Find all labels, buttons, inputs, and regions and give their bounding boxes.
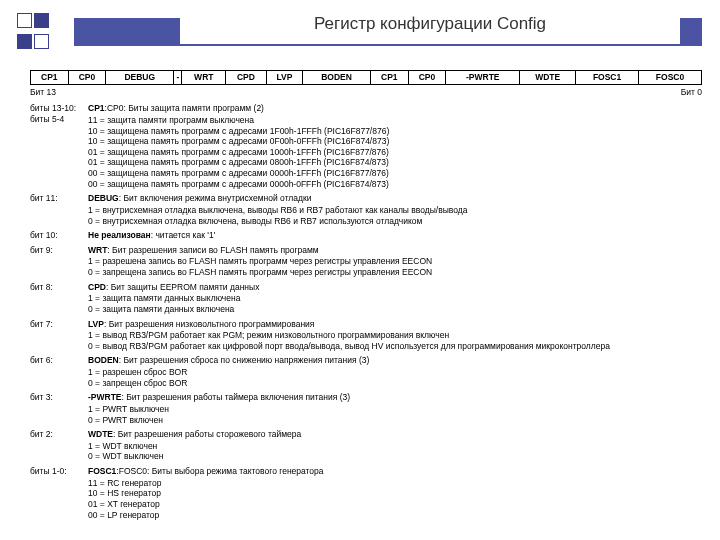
bit-heading: WDTE: Бит разрешения работы сторожевого … xyxy=(88,429,702,440)
bit-right-label: Бит 0 xyxy=(681,87,702,98)
bit-text: CPD: Бит защиты EEPROM памяти данных1 = … xyxy=(88,282,702,315)
bit-description-entry: бит 2:WDTE: Бит разрешения работы сторож… xyxy=(30,429,702,462)
bit-heading: CP1:CP0: Биты защита памяти программ (2) xyxy=(88,103,702,114)
reg-bit-cell: WDTE xyxy=(520,71,576,85)
bit-heading: CPD: Бит защиты EEPROM памяти данных xyxy=(88,282,702,293)
bit-values: 1 = вывод RB3/PGM работает как PGM; режи… xyxy=(88,330,702,351)
corner-decoration xyxy=(16,12,50,54)
bit-text: Не реализован: читается как '1' xyxy=(88,230,702,241)
bit-values: 1 = внутрисхемная отладка выключена, выв… xyxy=(88,205,702,226)
reg-bit-cell: BODEN xyxy=(303,71,371,85)
bit-heading: BODEN: Бит разрешения сброса по снижению… xyxy=(88,355,702,366)
bit-label: биты 1-0: xyxy=(30,466,88,520)
reg-bit-cell: FOSC1 xyxy=(576,71,639,85)
reg-bit-cell: CP0 xyxy=(68,71,106,85)
bit-description-entry: бит 3:-PWRTE: Бит разрешения работы тайм… xyxy=(30,392,702,425)
bit-label: бит 8: xyxy=(30,282,88,315)
bit-label: бит 6: xyxy=(30,355,88,388)
bit-label: бит 10: xyxy=(30,230,88,241)
bit-description-entry: бит 8:CPD: Бит защиты EEPROM памяти данн… xyxy=(30,282,702,315)
bit-text: BODEN: Бит разрешения сброса по снижению… xyxy=(88,355,702,388)
reg-bit-cell: LVP xyxy=(266,71,302,85)
bit-label: биты 13-10: биты 5-4 xyxy=(30,103,88,189)
reg-bit-cell: CP1 xyxy=(371,71,409,85)
reg-bit-cell: WRT xyxy=(182,71,226,85)
bit-heading: LVP: Бит разрешения низковольтного прогр… xyxy=(88,319,702,330)
bit-label: бит 2: xyxy=(30,429,88,462)
bit-text: FOSC1:FOSC0: Биты выбора режима тактовог… xyxy=(88,466,702,520)
bit-values: 11 = RC генератор10 = HS генератор01 = X… xyxy=(88,478,702,521)
bit-heading: Не реализован: читается как '1' xyxy=(88,230,702,241)
bit-description-entry: биты 13-10: биты 5-4CP1:CP0: Биты защита… xyxy=(30,103,702,189)
reg-bit-cell: DEBUG xyxy=(106,71,174,85)
bit-values: 1 = защита памяти данных выключена0 = за… xyxy=(88,293,702,314)
bit-text: WRT: Бит разрешения записи во FLASH памя… xyxy=(88,245,702,278)
register-bits-table: CP1CP0DEBUG-WRTCPDLVPBODENCP1CP0-PWRTEWD… xyxy=(30,70,702,85)
bit-label: бит 11: xyxy=(30,193,88,226)
bit-values: 1 = разрешена запись во FLASH память про… xyxy=(88,256,702,277)
bit-description-entry: биты 1-0:FOSC1:FOSC0: Биты выбора режима… xyxy=(30,466,702,520)
bit-heading: -PWRTE: Бит разрешения работы таймера вк… xyxy=(88,392,702,403)
reg-bit-cell: CP1 xyxy=(31,71,69,85)
reg-bit-cell: CPD xyxy=(226,71,267,85)
reg-bit-cell: - xyxy=(174,71,182,85)
bit-index-labels: Бит 13 Бит 0 xyxy=(30,87,702,98)
bit-heading: FOSC1:FOSC0: Биты выбора режима тактовог… xyxy=(88,466,702,477)
bit-text: LVP: Бит разрешения низковольтного прогр… xyxy=(88,319,702,352)
bit-text: WDTE: Бит разрешения работы сторожевого … xyxy=(88,429,702,462)
bit-values: 1 = PWRT выключен0 = PWRT включен xyxy=(88,404,702,425)
bit-values: 1 = разрешен сброс BOR0 = запрещен сброс… xyxy=(88,367,702,388)
bit-description-entry: бит 7:LVP: Бит разрешения низковольтного… xyxy=(30,319,702,352)
bit-description-entry: бит 6:BODEN: Бит разрешения сброса по сн… xyxy=(30,355,702,388)
bit-text: CP1:CP0: Биты защита памяти программ (2)… xyxy=(88,103,702,189)
bit-description-entry: бит 11:DEBUG: Бит включения режима внутр… xyxy=(30,193,702,226)
bit-text: DEBUG: Бит включения режима внутрисхемно… xyxy=(88,193,702,226)
bit-label: бит 7: xyxy=(30,319,88,352)
content-body: CP1CP0DEBUG-WRTCPDLVPBODENCP1CP0-PWRTEWD… xyxy=(30,70,702,524)
bit-left-label: Бит 13 xyxy=(30,87,56,98)
bit-heading: DEBUG: Бит включения режима внутрисхемно… xyxy=(88,193,702,204)
bit-label: бит 3: xyxy=(30,392,88,425)
bit-description-entry: бит 9:WRT: Бит разрешения записи во FLAS… xyxy=(30,245,702,278)
reg-bit-cell: -PWRTE xyxy=(446,71,520,85)
bit-heading: WRT: Бит разрешения записи во FLASH памя… xyxy=(88,245,702,256)
bit-text: -PWRTE: Бит разрешения работы таймера вк… xyxy=(88,392,702,425)
bit-values: 1 = WDT включен0 = WDT выключен xyxy=(88,441,702,462)
bit-label: бит 9: xyxy=(30,245,88,278)
reg-bit-cell: CP0 xyxy=(408,71,446,85)
reg-bit-cell: FOSC0 xyxy=(639,71,702,85)
bit-values: 11 = защита памяти программ выключена10 … xyxy=(88,115,702,189)
bit-description-entry: бит 10:Не реализован: читается как '1' xyxy=(30,230,702,241)
page-title: Регистр конфигурации Config xyxy=(180,12,680,44)
